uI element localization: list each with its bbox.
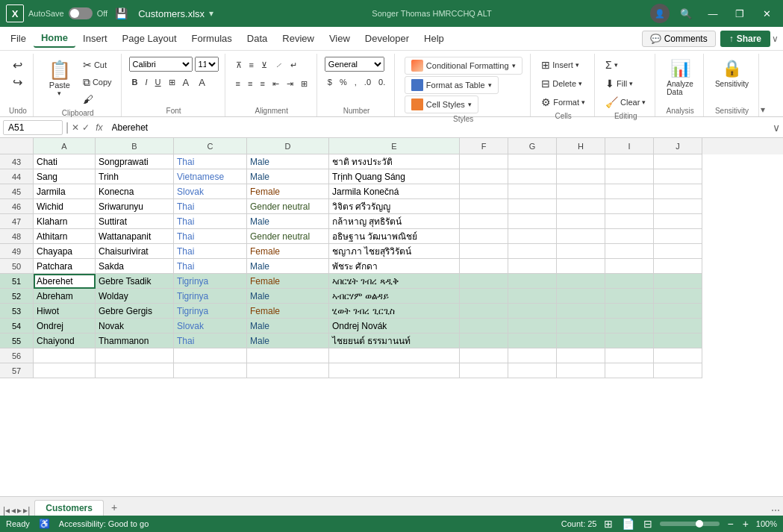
cell-52-d[interactable]: Male <box>247 289 329 304</box>
col-header-B[interactable]: B <box>96 138 174 154</box>
cell-44-f[interactable] <box>460 169 508 184</box>
fat-dropdown-icon[interactable]: ▾ <box>488 81 492 89</box>
cell-56-b[interactable] <box>96 348 174 363</box>
restore-button[interactable]: ❐ <box>729 5 750 22</box>
cell-51-f[interactable] <box>460 274 508 289</box>
cell-53-e[interactable]: ሂወት ገብረ ጊርጊስ <box>329 304 460 319</box>
tab-options-icon[interactable]: ⋯ <box>771 505 780 516</box>
delete-dropdown[interactable]: ▾ <box>578 80 582 87</box>
row-header-48[interactable]: 48 <box>0 229 34 244</box>
cell-54-f[interactable] <box>460 319 508 334</box>
cell-53-d[interactable]: Female <box>247 304 329 319</box>
cell-45-h[interactable] <box>557 184 605 199</box>
row-header-43[interactable]: 43 <box>0 154 34 169</box>
cell-47-a[interactable]: Klaharn <box>34 214 96 229</box>
sheet-tab-customers[interactable]: Customers <box>34 500 104 516</box>
cell-55-b[interactable]: Thammanon <box>96 334 174 348</box>
indent-decrease-button[interactable]: ⇤ <box>269 75 282 92</box>
fill-color-button[interactable]: A <box>180 74 195 90</box>
cell-55-e[interactable]: ไชยยนต์ ธรรมานนท์ <box>329 334 460 348</box>
row-header-55[interactable]: 55 <box>0 334 34 348</box>
cell-50-a[interactable]: Patchara <box>34 259 96 274</box>
save-icon[interactable]: 💾 <box>115 7 128 19</box>
clear-button[interactable]: 🧹 Clear ▾ <box>602 94 649 110</box>
cell-56-e[interactable] <box>329 348 460 363</box>
cell-57-d[interactable] <box>247 363 329 378</box>
sheet-area[interactable]: ABCDEFGHIJ43ChatiSongprawatiThaiMaleชาติ… <box>0 138 783 496</box>
cell-48-b[interactable]: Wattanapanit <box>96 229 174 244</box>
col-header-D[interactable]: D <box>247 138 329 154</box>
cell-44-b[interactable]: Trinh <box>96 169 174 184</box>
cell-52-c[interactable]: Tigrinya <box>174 289 247 304</box>
row-header-45[interactable]: 45 <box>0 184 34 199</box>
menu-formulas[interactable]: Formulas <box>184 30 240 47</box>
cell-45-b[interactable]: Konecna <box>96 184 174 199</box>
cell-styles-button[interactable]: Cell Styles ▾ <box>405 96 478 113</box>
cell-54-d[interactable]: Male <box>247 319 329 334</box>
col-header-I[interactable]: I <box>605 138 654 154</box>
cell-48-h[interactable] <box>557 229 605 244</box>
cell-reference-input[interactable] <box>3 120 63 135</box>
cf-dropdown-icon[interactable]: ▾ <box>512 62 516 69</box>
menu-help[interactable]: Help <box>417 30 452 47</box>
col-header-C[interactable]: C <box>174 138 247 154</box>
row-header-53[interactable]: 53 <box>0 304 34 319</box>
align-center-button[interactable]: ≡ <box>245 75 255 92</box>
normal-view-button[interactable]: ⊞ <box>602 518 614 530</box>
cell-52-e[interactable]: ኣብርሃም ወልዳይ <box>329 289 460 304</box>
row-header-46[interactable]: 46 <box>0 199 34 214</box>
cell-57-a[interactable] <box>34 363 96 378</box>
paste-dropdown-icon[interactable]: ▾ <box>57 90 61 97</box>
cell-46-b[interactable]: Sriwarunyu <box>96 199 174 214</box>
cell-47-b[interactable]: Suttirat <box>96 214 174 229</box>
tab-scroll-next-icon[interactable]: ▸ <box>17 505 22 516</box>
cell-44-c[interactable]: Vietnamese <box>174 169 247 184</box>
insert-cells-button[interactable]: ⊞ Insert ▾ <box>538 57 582 73</box>
undo-button[interactable]: ↩ <box>10 57 25 73</box>
minimize-button[interactable]: — <box>702 5 723 22</box>
cell-49-c[interactable]: Thai <box>174 244 247 259</box>
cell-56-i[interactable] <box>605 348 654 363</box>
close-button[interactable]: ✕ <box>756 5 777 22</box>
tab-scroll-prev-icon[interactable]: ◂ <box>11 505 16 516</box>
tab-scroll-right-icon[interactable]: ▸| <box>23 505 30 516</box>
cell-49-i[interactable] <box>605 244 654 259</box>
cell-57-g[interactable] <box>508 363 557 378</box>
cell-54-b[interactable]: Novak <box>96 319 174 334</box>
format-dropdown[interactable]: ▾ <box>581 98 585 106</box>
cell-48-i[interactable] <box>605 229 654 244</box>
cell-55-a[interactable]: Chaiyond <box>34 334 96 348</box>
cell-53-i[interactable] <box>605 304 654 319</box>
menu-review[interactable]: Review <box>275 30 322 47</box>
cell-53-a[interactable]: Hiwot <box>34 304 96 319</box>
cell-43-i[interactable] <box>605 154 654 169</box>
cell-54-j[interactable] <box>654 319 702 334</box>
cell-43-f[interactable] <box>460 154 508 169</box>
col-header-H[interactable]: H <box>557 138 605 154</box>
analyze-data-button[interactable]: 📊 AnalyzeData <box>663 57 697 98</box>
indent-increase-button[interactable]: ⇥ <box>284 75 296 92</box>
more-ribbon-icon[interactable]: ▾ <box>761 54 765 116</box>
cell-55-j[interactable] <box>654 334 702 348</box>
autosave-toggle[interactable] <box>69 7 93 19</box>
cell-44-d[interactable]: Male <box>247 169 329 184</box>
insert-dropdown[interactable]: ▾ <box>575 61 579 69</box>
cell-50-c[interactable]: Thai <box>174 259 247 274</box>
cell-47-i[interactable] <box>605 214 654 229</box>
cell-55-c[interactable]: Thai <box>174 334 247 348</box>
conditional-formatting-button[interactable]: Conditional Formatting ▾ <box>405 57 522 75</box>
format-as-table-button[interactable]: Format as Table ▾ <box>405 76 499 94</box>
cell-46-i[interactable] <box>605 199 654 214</box>
cell-54-h[interactable] <box>557 319 605 334</box>
angle-text-button[interactable]: ⟋ <box>272 57 286 73</box>
row-header-56[interactable]: 56 <box>0 348 34 363</box>
sum-dropdown[interactable]: ▾ <box>614 61 618 69</box>
cell-43-g[interactable] <box>508 154 557 169</box>
cell-46-a[interactable]: Wichid <box>34 199 96 214</box>
cell-52-b[interactable]: Wolday <box>96 289 174 304</box>
cell-53-h[interactable] <box>557 304 605 319</box>
font-color-button[interactable]: A <box>196 74 210 90</box>
cell-54-a[interactable]: Ondrej <box>34 319 96 334</box>
accounting-button[interactable]: $ <box>325 74 335 90</box>
cell-48-c[interactable]: Thai <box>174 229 247 244</box>
